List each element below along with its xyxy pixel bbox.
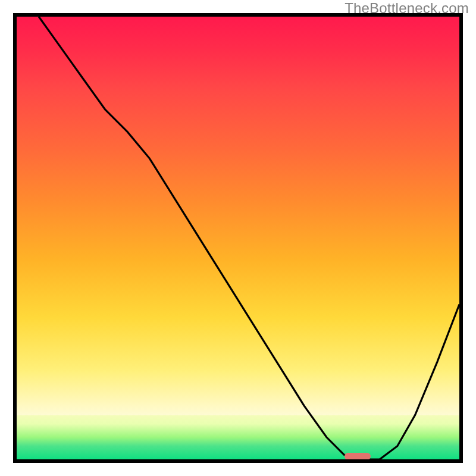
curve-svg: [17, 17, 459, 459]
optimum-marker: [345, 453, 371, 459]
bottleneck-curve: [39, 17, 459, 459]
plot-frame: [13, 13, 463, 463]
plot-area: [17, 17, 459, 459]
